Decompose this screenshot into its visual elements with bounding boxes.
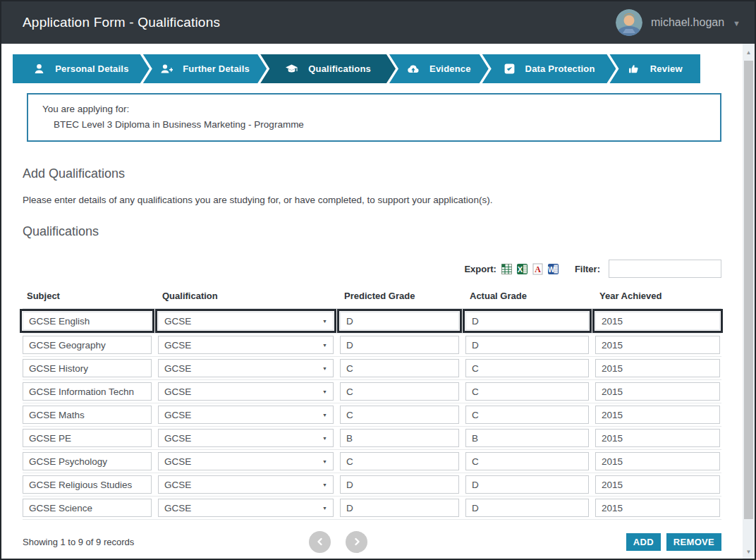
table-row[interactable]: GCSE▼ [23,427,721,450]
table-row[interactable]: GCSE▼ [23,403,721,427]
step-qualifications[interactable]: Qualifications [260,54,396,83]
year-achieved-input[interactable] [596,406,719,423]
graduation-cap-icon [285,63,298,75]
next-page-button[interactable] [346,531,367,553]
actual-grade-input[interactable] [466,383,588,400]
subject-input[interactable] [23,453,151,470]
actual-grade-input[interactable] [466,453,588,470]
actual-grade-input[interactable] [466,406,588,423]
user-menu[interactable]: michael.hogan ▼ [616,9,740,36]
year-achieved-input[interactable] [596,499,719,516]
subject-input[interactable] [23,360,151,377]
qualification-select[interactable]: GCSE▼ [158,475,334,494]
table-row[interactable]: GCSE▼ [23,334,721,357]
actual-grade-input[interactable] [466,430,588,446]
filter-input[interactable] [609,260,721,278]
qualifications-table: SubjectQualificationPredicted GradeActua… [23,285,721,520]
year-achieved-input-box [595,429,720,447]
step-data-protection[interactable]: Data Protection [482,54,616,83]
year-achieved-input[interactable] [596,476,719,493]
subject-input[interactable] [23,499,151,516]
predicted-grade-input[interactable] [341,453,458,470]
actual-grade-input[interactable] [466,312,588,329]
qualification-select[interactable]: GCSE▼ [158,452,334,470]
subject-input-box [23,359,152,377]
predicted-grade-input-box [340,382,459,401]
page-title: Application Form - Qualifications [23,15,220,30]
scrollbar[interactable]: ▲ ▼ [743,44,755,559]
table-row[interactable]: GCSE▼ [23,450,721,473]
previous-page-button[interactable] [309,531,331,553]
scroll-down-icon[interactable]: ▼ [743,546,755,557]
qualification-select[interactable]: GCSE▼ [158,406,334,424]
scrollbar-thumb[interactable] [744,61,753,519]
actual-grade-input-box [465,499,589,517]
actual-grade-input-box [465,359,589,377]
step-evidence[interactable]: Evidence [389,54,489,83]
year-achieved-input-box [595,382,720,401]
table-row[interactable]: GCSE▼ [23,380,721,403]
user-icon [33,63,45,75]
year-achieved-input[interactable] [596,453,719,470]
predicted-grade-input[interactable] [341,312,458,329]
step-label: Evidence [429,63,471,74]
subject-input[interactable] [23,312,151,329]
qualification-select[interactable]: GCSE▼ [158,359,334,377]
actual-grade-input-box [465,336,589,354]
subject-input[interactable] [23,406,151,423]
application-form-page: Application Form - Qualifications michae… [0,0,756,560]
table-row[interactable]: GCSE▼ [23,309,721,334]
subject-input[interactable] [23,383,151,400]
column-header-year-achieved: Year Achieved [595,291,720,301]
year-achieved-input[interactable] [596,383,719,400]
export-excel-icon[interactable]: X [516,263,528,275]
predicted-grade-input[interactable] [341,499,458,516]
qualification-select-value: GCSE [164,363,191,374]
predicted-grade-input[interactable] [341,406,458,423]
export-pdf-icon[interactable]: A [532,263,544,275]
scroll-up-icon[interactable]: ▲ [743,47,755,58]
qualification-select[interactable]: GCSE▼ [158,499,334,517]
step-further-details[interactable]: Further Details [143,54,267,83]
remove-button[interactable]: REMOVE [666,533,721,551]
subject-input-box [23,452,152,470]
add-button[interactable]: ADD [626,533,661,551]
qualification-select[interactable]: GCSE▼ [158,312,334,330]
step-review[interactable]: Review [609,54,700,83]
export-word-icon[interactable]: W [547,263,559,275]
applying-for-label: You are applying for: [42,104,706,114]
qualification-select[interactable]: GCSE▼ [158,382,334,401]
table-row[interactable]: GCSE▼ [23,357,721,380]
predicted-grade-input[interactable] [341,430,458,446]
predicted-grade-input[interactable] [341,360,458,377]
table-row[interactable]: GCSE▼ [23,497,721,520]
subject-input[interactable] [23,476,151,493]
actual-grade-input[interactable] [466,476,588,493]
actual-grade-input[interactable] [466,336,588,353]
svg-text:X: X [518,264,523,273]
year-achieved-input[interactable] [596,336,719,353]
user-plus-icon [160,63,173,75]
actual-grade-input-box [465,406,589,424]
subject-input[interactable] [23,336,151,353]
year-achieved-input[interactable] [596,312,719,329]
qualification-select[interactable]: GCSE▼ [158,336,334,354]
predicted-grade-input-box [340,452,459,470]
predicted-grade-input[interactable] [341,476,458,493]
qualification-select[interactable]: GCSE▼ [158,429,334,447]
predicted-grade-input[interactable] [341,383,458,400]
predicted-grade-input-box [340,499,459,517]
actual-grade-input[interactable] [466,360,588,377]
chevron-down-icon: ▼ [322,343,327,348]
column-header-qualification: Qualification [158,291,334,301]
qualification-select-value: GCSE [164,503,191,513]
predicted-grade-input[interactable] [341,336,458,353]
year-achieved-input[interactable] [596,360,719,377]
actual-grade-input[interactable] [466,499,588,516]
subject-input[interactable] [23,430,151,446]
year-achieved-input[interactable] [596,430,719,446]
table-row[interactable]: GCSE▼ [23,473,721,497]
qualification-select-value: GCSE [164,456,191,467]
step-personal-details[interactable]: Personal Details [13,54,150,83]
export-xls-icon[interactable] [501,263,513,275]
